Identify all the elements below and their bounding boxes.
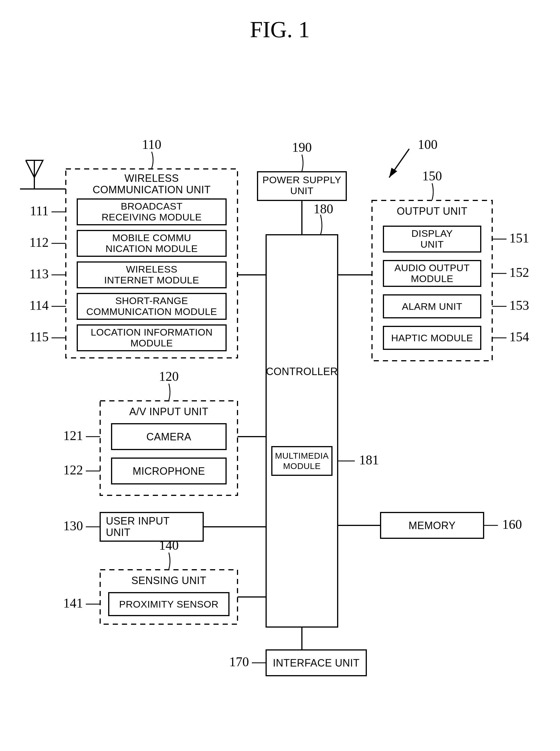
lead-150 [432,183,433,200]
memory-group: MEMORY 160 [381,513,522,538]
audio-out-l2: MODULE [411,273,453,284]
lead-120 [169,384,170,400]
ref-130: 130 [63,519,83,533]
lead-180 [320,215,322,235]
wireless-unit-group: WIRELESS COMMUNICATION UNIT 110 BROADCAS… [29,137,238,358]
microphone-l1: MICROPHONE [133,465,205,477]
block-diagram: FIG. 1 100 WIRELESS COMMUNICATION UNIT 1… [0,0,560,751]
haptic-l1: HAPTIC MODULE [391,332,473,343]
broadcast-l2: RECEIVING MODULE [102,212,202,223]
lead-190 [302,155,303,171]
lead-140 [169,553,170,569]
memory-l1: MEMORY [408,520,456,532]
display-l2: UNIT [420,239,443,250]
location-l1: LOCATION INFORMATION [91,327,213,338]
ref-181: 181 [359,452,379,467]
multimedia-l1: MULTIMEDIA [275,451,329,460]
wireless-unit-title-l1: WIRELESS [124,172,179,184]
ref-170: 170 [229,655,249,669]
sensing-unit-title: SENSING UNIT [131,575,206,586]
controller-l1: CONTROLLER [266,366,338,377]
ref-160: 160 [502,517,522,532]
av-unit-title: A/V INPUT UNIT [129,406,208,418]
ref-122: 122 [63,463,83,477]
connectors [203,200,381,650]
ref-154: 154 [509,330,529,344]
power-l2: UNIT [290,185,313,196]
ref-121: 121 [63,428,83,443]
wifi-l2: INTERNET MODULE [104,274,199,286]
svg-marker-1 [389,168,397,177]
display-l1: DISPLAY [412,228,453,239]
figure-title: FIG. 1 [250,17,310,42]
camera-l1: CAMERA [146,431,191,443]
alarm-l1: ALARM UNIT [402,301,462,312]
ref-100-arrow [389,149,409,177]
ref-151: 151 [509,231,529,245]
ref-115: 115 [29,330,49,344]
ref-112: 112 [29,235,49,250]
ref-150: 150 [422,169,442,183]
controller-box [266,235,338,627]
ref-140: 140 [159,538,179,553]
location-l2: MODULE [131,338,173,348]
wireless-unit-title-l2: COMMUNICATION UNIT [93,184,211,196]
ref-153: 153 [509,298,529,313]
output-unit-title: OUTPUT UNIT [397,205,467,217]
ref-120: 120 [159,369,179,384]
sensing-unit-group: SENSING UNIT 140 PROXIMITY SENSOR 141 [63,538,238,624]
power-group: POWER SUPPLY UNIT 190 [258,140,346,200]
ref-190: 190 [292,140,312,155]
antenna-icon [20,160,66,189]
power-l1: POWER SUPPLY [262,174,341,185]
interface-group: INTERFACE UNIT 170 [229,650,366,676]
user-input-l1: USER INPUT [106,515,170,527]
ref-111: 111 [30,204,49,218]
av-unit-group: A/V INPUT UNIT 120 CAMERA 121 MICROPHONE… [63,369,238,495]
user-input-group: USER INPUT UNIT 130 [63,513,203,541]
ref-141: 141 [63,596,83,611]
mobile-comm-l2: NICATION MODULE [105,243,198,254]
ref-110: 110 [142,137,161,152]
ref-180: 180 [314,201,333,216]
wifi-l1: WIRELESS [126,264,177,274]
proximity-l1: PROXIMITY SENSOR [119,599,218,610]
short-range-l1: SHORT-RANGE [115,295,188,306]
mobile-comm-l1: MOBILE COMMU [112,232,191,243]
interface-l1: INTERFACE UNIT [273,657,359,669]
short-range-l2: COMMUNICATION MODULE [86,306,217,317]
controller-group: CONTROLLER 180 MULTIMEDIA MODULE 181 [266,201,379,627]
output-unit-group: OUTPUT UNIT 150 DISPLAY UNIT 151 AUDIO O… [372,169,529,361]
ref-114: 114 [29,298,49,313]
broadcast-l1: BROADCAST [121,201,183,212]
lead-110 [152,152,153,168]
audio-out-l1: AUDIO OUTPUT [395,262,470,273]
ref-100: 100 [418,137,438,152]
ref-113: 113 [29,267,49,281]
user-input-l2: UNIT [106,526,131,538]
ref-152: 152 [509,265,529,280]
multimedia-l2: MODULE [283,461,320,471]
